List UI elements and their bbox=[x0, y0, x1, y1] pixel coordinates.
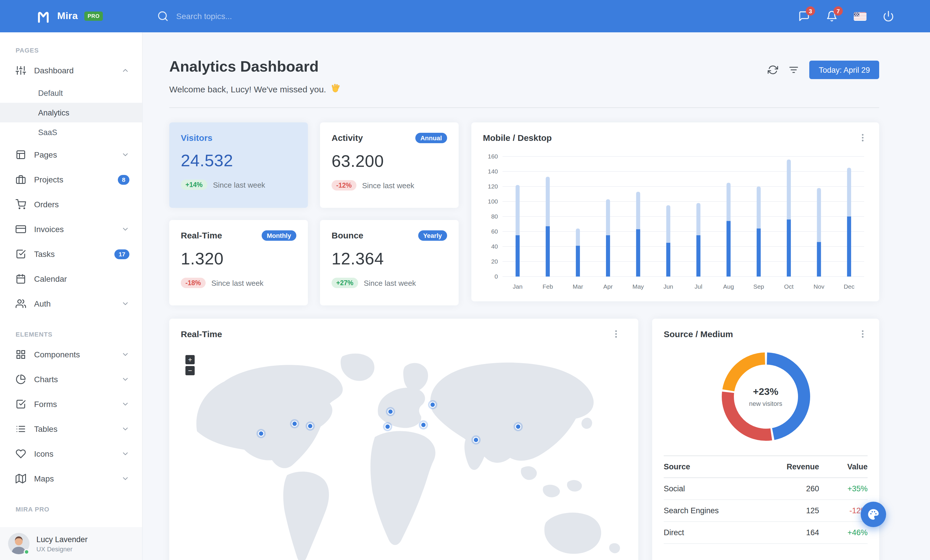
map-continents bbox=[196, 354, 620, 560]
sidebar-item-maps[interactable]: Maps bbox=[0, 466, 142, 491]
map-marker-india[interactable] bbox=[471, 435, 480, 445]
sidebar-user[interactable]: Lucy Lavender UX Designer bbox=[0, 527, 142, 560]
map-marker-us-west[interactable] bbox=[257, 429, 266, 438]
svg-text:160: 160 bbox=[488, 153, 498, 160]
stat-value: 12.364 bbox=[331, 249, 447, 268]
world-map[interactable] bbox=[169, 346, 638, 560]
card-menu-button[interactable] bbox=[611, 329, 627, 339]
projects-count-badge: 8 bbox=[118, 175, 129, 184]
stat-title: Real-Time bbox=[181, 230, 222, 240]
period-pill: Yearly bbox=[418, 230, 447, 241]
sidebar-item-calendar[interactable]: Calendar bbox=[0, 267, 142, 291]
col-revenue: Revenue bbox=[766, 462, 819, 471]
navbar-search bbox=[157, 0, 309, 32]
sidebar-item-label: Tables bbox=[34, 424, 57, 434]
sidebar-item-orders[interactable]: Orders bbox=[0, 192, 142, 216]
donut-center-value: +23% bbox=[753, 386, 778, 398]
sidebar-item-tables[interactable]: Tables bbox=[0, 417, 142, 441]
sidebar-item-analytics[interactable]: Analytics bbox=[0, 103, 142, 123]
credit-card-icon bbox=[15, 224, 26, 235]
app: Mira PRO 3 7 bbox=[0, 0, 930, 560]
map-marker-russia[interactable] bbox=[428, 400, 437, 409]
table-row: Social 260 +35% bbox=[664, 478, 868, 500]
stat-period: Since last week bbox=[211, 279, 264, 287]
map-marker-china[interactable] bbox=[514, 422, 523, 431]
svg-text:Sep: Sep bbox=[753, 283, 764, 290]
map-icon bbox=[15, 473, 26, 484]
sidebar-item-pages[interactable]: Pages bbox=[0, 143, 142, 167]
sidebar-item-forms[interactable]: Forms bbox=[0, 392, 142, 416]
map-marker-us-east[interactable] bbox=[306, 422, 315, 431]
pro-badge: PRO bbox=[84, 12, 103, 21]
svg-text:Dec: Dec bbox=[844, 283, 855, 290]
sidebar: PAGES Dashboard Default Analytics SaaS P… bbox=[0, 32, 143, 560]
stat-value: 63.200 bbox=[331, 152, 447, 171]
stat-value: 1.320 bbox=[181, 249, 296, 268]
bar-Oct bbox=[787, 160, 791, 276]
filter-button[interactable] bbox=[789, 64, 799, 75]
cell-value: +46% bbox=[819, 528, 868, 537]
sidebar-item-default[interactable]: Default bbox=[0, 83, 142, 103]
messages-button[interactable]: 3 bbox=[798, 11, 810, 22]
sidebar-item-components[interactable]: Components bbox=[0, 342, 142, 367]
cell-source: Social bbox=[664, 484, 766, 493]
sidebar-item-tasks[interactable]: Tasks 17 bbox=[0, 242, 142, 266]
stat-card-visitors: Visitors 24.532 +14% Since last week bbox=[169, 123, 308, 208]
sidebar-item-saas[interactable]: SaaS bbox=[0, 123, 142, 142]
stat-card-bounce: Bounce Yearly 12.364 +27% Since last wee… bbox=[320, 220, 459, 305]
chevron-down-icon bbox=[121, 375, 129, 384]
date-range-button[interactable]: Today: April 29 bbox=[810, 61, 879, 79]
page-title: Analytics Dashboard bbox=[169, 58, 340, 76]
chevron-down-icon bbox=[121, 400, 129, 408]
sidebar-item-label: Maps bbox=[34, 474, 54, 483]
brand-logo[interactable]: Mira PRO bbox=[36, 0, 103, 32]
sidebar-section-pages: PAGES bbox=[0, 32, 142, 58]
sidebar-item-projects[interactable]: Projects 8 bbox=[0, 167, 142, 192]
map-zoom-out-button[interactable]: − bbox=[185, 366, 195, 375]
sidebar-item-dashboard[interactable]: Dashboard bbox=[0, 58, 142, 83]
map-marker-spain[interactable] bbox=[383, 422, 392, 431]
mobile-desktop-chart-card: Mobile / Desktop 020406080100120140160Ja… bbox=[471, 123, 879, 301]
stat-title: Bounce bbox=[331, 230, 363, 240]
top-navbar: Mira PRO 3 7 bbox=[0, 0, 930, 32]
users-icon bbox=[15, 298, 26, 309]
map-zoom-in-button[interactable]: + bbox=[185, 355, 195, 364]
card-menu-button[interactable] bbox=[858, 329, 868, 339]
stat-change-badge: -12% bbox=[331, 180, 356, 190]
online-status-dot bbox=[24, 549, 29, 555]
cell-revenue: 260 bbox=[766, 484, 819, 493]
chevron-up-icon bbox=[121, 66, 129, 74]
svg-text:Mar: Mar bbox=[573, 283, 583, 290]
logout-button[interactable] bbox=[883, 11, 894, 22]
language-selector[interactable] bbox=[854, 12, 867, 20]
search-input[interactable] bbox=[176, 12, 309, 21]
period-pill: Monthly bbox=[262, 230, 296, 241]
sidebar-item-label: Dashboard bbox=[34, 66, 74, 75]
card-menu-button[interactable] bbox=[858, 133, 868, 143]
stat-value: 24.532 bbox=[181, 151, 296, 170]
map-marker-united-kingdom[interactable] bbox=[386, 407, 395, 416]
map-marker-us-central[interactable] bbox=[290, 419, 299, 428]
col-value: Value bbox=[819, 462, 868, 471]
sidebar-item-label: Tasks bbox=[34, 249, 55, 259]
header-divider bbox=[169, 107, 879, 108]
svg-text:120: 120 bbox=[488, 183, 498, 190]
bar-May bbox=[636, 192, 640, 276]
refresh-button[interactable] bbox=[768, 64, 778, 75]
sidebar-item-label: Icons bbox=[34, 449, 54, 459]
sidebar-section-mira-pro: MIRA PRO bbox=[0, 491, 142, 517]
map-marker-turkey[interactable] bbox=[419, 420, 428, 430]
sidebar-item-icons[interactable]: Icons bbox=[0, 442, 142, 466]
filter-icon bbox=[789, 64, 799, 75]
sidebar-item-label: Charts bbox=[34, 375, 58, 384]
sliders-icon bbox=[15, 65, 26, 76]
svg-text:Jun: Jun bbox=[664, 283, 673, 290]
sidebar-item-auth[interactable]: Auth bbox=[0, 292, 142, 316]
col-source: Source bbox=[664, 462, 766, 471]
sidebar-item-charts[interactable]: Charts bbox=[0, 367, 142, 391]
sidebar-item-invoices[interactable]: Invoices bbox=[0, 217, 142, 241]
cell-revenue: 125 bbox=[766, 506, 819, 515]
notifications-button[interactable]: 7 bbox=[826, 11, 838, 22]
chevron-down-icon bbox=[121, 151, 129, 159]
theme-settings-fab[interactable] bbox=[861, 502, 886, 527]
